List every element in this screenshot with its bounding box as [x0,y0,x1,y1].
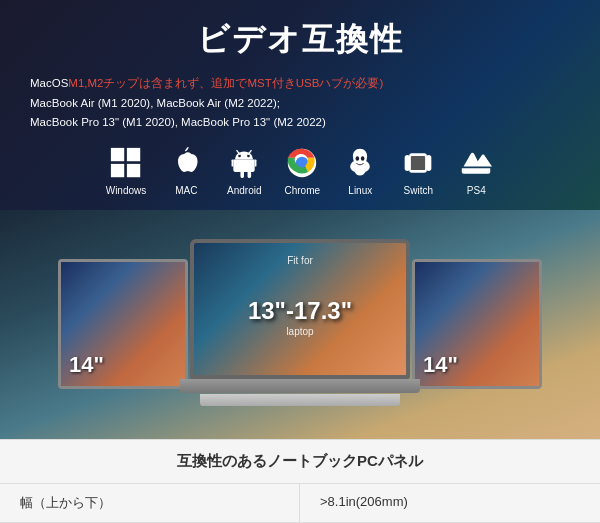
svg-rect-16 [411,156,425,170]
svg-point-13 [356,156,360,160]
page-title: ビデオ互換性 [30,18,570,62]
svg-rect-3 [127,164,140,177]
linux-label: Linux [348,185,372,196]
chrome-label: Chrome [284,185,320,196]
main-container: ビデオ互換性 MacOS M1,M2チップは含まれず、追加でMST付きUSBハブ… [0,0,600,523]
spec-value: >8.1in(206mm) [300,484,600,522]
mac-label: MAC [175,185,197,196]
laptop-keyboard [200,394,400,406]
laptop-base [180,379,420,393]
svg-rect-18 [426,155,431,171]
mac-icon-item: MAC [168,145,204,196]
svg-rect-5 [255,159,257,166]
spec-label: 幅（上から下） [0,484,300,522]
ps4-icon [458,145,494,181]
switch-icon-item: Switch [400,145,436,196]
compat-text: MacOS M1,M2チップは含まれず、追加でMST付きUSBハブが必要) Ma… [30,74,570,133]
bottom-title: 互換性のあるノートブックPCパネル [0,440,600,484]
chrome-icon [284,145,320,181]
right-monitor-size: 14" [423,352,458,378]
svg-point-12 [298,158,307,167]
macos-warning: M1,M2チップは含まれず、追加でMST付きUSBハブが必要) [68,74,383,94]
apple-icon [168,145,204,181]
windows-icon-item: Windows [106,145,147,196]
laptop-screen: Fit for 13"-17.3" laptop [190,239,410,379]
switch-label: Switch [404,185,433,196]
spec-row: 幅（上から下） >8.1in(206mm) [0,484,600,523]
size-range-text: 13"-17.3" [248,298,352,324]
laptop-section: 14" Fit for 13"-17.3" laptop 14" [0,210,600,439]
icons-row: Windows MAC [30,145,570,210]
laptop-label-text: laptop [248,326,352,337]
svg-rect-2 [111,164,124,177]
macos-label: MacOS [30,74,68,94]
left-monitor: 14" [58,259,188,389]
compat-line3: MacBook Pro 13" (M1 2020), MacBook Pro 1… [30,113,570,133]
svg-rect-4 [232,159,234,166]
linux-icon [342,145,378,181]
macos-line: MacOS M1,M2チップは含まれず、追加でMST付きUSBハブが必要) [30,74,570,94]
svg-point-14 [361,156,365,160]
top-section: ビデオ互換性 MacOS M1,M2チップは含まれず、追加でMST付きUSBハブ… [0,0,600,210]
svg-rect-0 [111,148,124,161]
ps4-icon-item: PS4 [458,145,494,196]
switch-icon [400,145,436,181]
left-monitor-size: 14" [69,352,104,378]
windows-icon [108,145,144,181]
laptop-wrapper: 14" Fit for 13"-17.3" laptop 14" [0,210,600,439]
chrome-icon-item: Chrome [284,145,320,196]
center-laptop: Fit for 13"-17.3" laptop [180,239,420,409]
right-monitor: 14" [412,259,542,389]
fit-for-text: Fit for [287,255,313,266]
windows-label: Windows [106,185,147,196]
linux-icon-item: Linux [342,145,378,196]
compat-line2: MacBook Air (M1 2020), MacBook Air (M2 2… [30,94,570,114]
svg-rect-17 [405,155,410,171]
svg-point-6 [239,154,242,157]
bottom-section: 互換性のあるノートブックPCパネル 幅（上から下） >8.1in(206mm) [0,439,600,523]
android-label: Android [227,185,261,196]
android-icon-item: Android [226,145,262,196]
ps4-label: PS4 [467,185,486,196]
android-icon [226,145,262,181]
svg-point-7 [247,154,250,157]
svg-rect-1 [127,148,140,161]
